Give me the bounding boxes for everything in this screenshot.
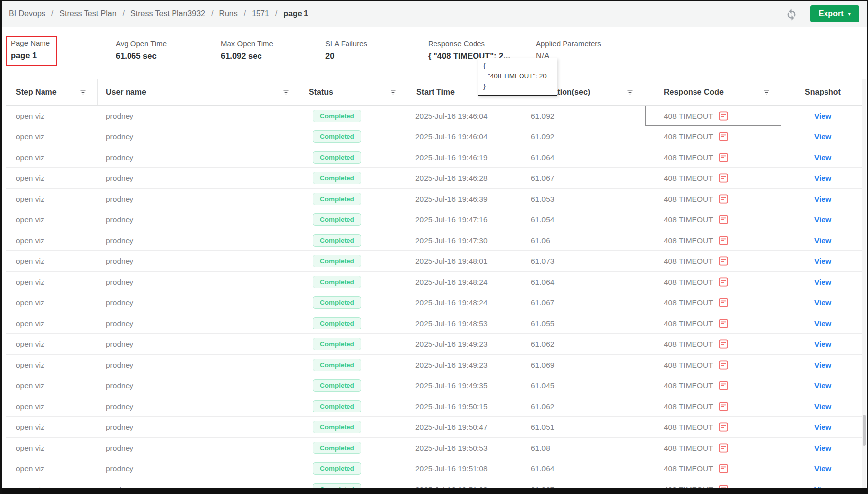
scrollbar-thumb[interactable] (863, 415, 866, 446)
duration-cell: 61.064 (522, 272, 645, 292)
step-name-cell: open viz (6, 458, 98, 479)
status-badge: Completed (313, 442, 361, 454)
view-link[interactable]: View (814, 195, 831, 204)
start-time-text: 2025-Jul-16 19:46:39 (415, 195, 488, 204)
window-bottom-border (2, 488, 867, 494)
response-note-icon[interactable] (719, 153, 728, 162)
user-name-cell: prodney (98, 272, 301, 292)
response-note-icon[interactable] (719, 443, 728, 453)
start-time-text: 2025-Jul-16 19:50:53 (415, 444, 488, 453)
start-time-cell: 2025-Jul-16 19:51:08 (408, 458, 522, 479)
view-link[interactable]: View (814, 340, 831, 349)
user-name-text: prodney (106, 298, 133, 307)
view-link[interactable]: View (814, 381, 831, 390)
status-cell: Completed (301, 458, 408, 479)
status-cell: Completed (301, 209, 408, 230)
column-header-response-code: Response Code (645, 79, 781, 105)
status-badge: Completed (313, 400, 361, 412)
refresh-icon[interactable] (785, 7, 798, 21)
response-note-icon[interactable] (719, 360, 728, 370)
response-note-icon[interactable] (719, 402, 728, 411)
column-label: Snapshot (805, 88, 841, 97)
vertical-scrollbar[interactable] (862, 79, 866, 489)
breadcrumb-item-runs[interactable]: Runs (219, 9, 237, 18)
duration-text: 61.067 (531, 174, 554, 183)
user-name-text: prodney (106, 215, 133, 224)
response-note-icon[interactable] (719, 111, 728, 121)
step-name-text: open viz (16, 340, 44, 349)
status-badge: Completed (313, 338, 361, 350)
duration-cell: 61.062 (522, 334, 645, 354)
response-note-icon[interactable] (719, 215, 728, 224)
response-note-icon[interactable] (719, 339, 728, 349)
filter-icon[interactable] (626, 88, 634, 96)
breadcrumb-item-bi-devops[interactable]: BI Devops (9, 9, 45, 18)
step-name-text: open viz (16, 381, 44, 390)
filter-icon[interactable] (390, 88, 397, 96)
response-note-icon[interactable] (719, 173, 728, 183)
view-link[interactable]: View (814, 153, 831, 162)
start-time-cell: 2025-Jul-16 19:48:53 (408, 313, 522, 333)
response-note-icon[interactable] (719, 277, 728, 287)
response-code-cell: 408 TIMEOUT (645, 106, 781, 126)
response-note-icon[interactable] (719, 256, 728, 266)
user-name-cell: prodney (98, 147, 301, 167)
view-link[interactable]: View (814, 298, 831, 307)
view-link[interactable]: View (814, 132, 831, 141)
start-time-cell: 2025-Jul-16 19:46:04 (408, 126, 522, 147)
response-note-icon[interactable] (719, 298, 728, 307)
stat-page-name: Page Namepage 1 (6, 36, 57, 66)
response-note-icon[interactable] (719, 194, 728, 204)
breadcrumb-item-1571[interactable]: 1571 (252, 9, 269, 18)
response-code-text: 408 TIMEOUT (664, 174, 713, 183)
top-bar: BI Devops/Stress Test Plan/Stress Test P… (2, 1, 867, 27)
response-note-icon[interactable] (719, 236, 728, 245)
user-name-cell: prodney (98, 209, 301, 230)
start-time-cell: 2025-Jul-16 19:50:53 (408, 438, 522, 458)
response-code-cell: 408 TIMEOUT (645, 438, 781, 458)
export-button[interactable]: Export ▾ (810, 5, 859, 22)
response-note-icon[interactable] (719, 132, 728, 141)
step-name-cell: open viz (6, 375, 98, 396)
step-name-text: open viz (16, 464, 44, 473)
snapshot-cell: View (781, 396, 864, 416)
filter-icon[interactable] (282, 88, 290, 96)
view-link[interactable]: View (814, 174, 831, 183)
user-name-cell: prodney (98, 313, 301, 333)
filter-icon[interactable] (763, 88, 770, 96)
view-link[interactable]: View (814, 319, 831, 328)
response-codes-tooltip: {"408 TIMEOUT": 20} (478, 58, 557, 96)
response-code-text: 408 TIMEOUT (664, 153, 713, 162)
user-name-cell: prodney (98, 375, 301, 396)
stat-label: Page Name (11, 39, 50, 47)
view-link[interactable]: View (814, 257, 831, 266)
breadcrumb-item-stress-test-plan[interactable]: Stress Test Plan (59, 9, 116, 18)
view-link[interactable]: View (814, 464, 831, 473)
view-link[interactable]: View (814, 215, 831, 224)
breadcrumb-item-stress-test-plan3932[interactable]: Stress Test Plan3932 (130, 9, 205, 18)
view-link[interactable]: View (814, 444, 831, 453)
user-name-cell: prodney (98, 355, 301, 375)
column-label: Start Time (416, 88, 455, 97)
response-code-cell: 408 TIMEOUT (645, 209, 781, 230)
response-code-cell: 408 TIMEOUT (645, 417, 781, 437)
filter-icon[interactable] (79, 88, 87, 96)
step-name-cell: open viz (6, 209, 98, 230)
response-note-icon[interactable] (719, 464, 728, 473)
step-name-cell: open viz (6, 147, 98, 167)
view-link[interactable]: View (814, 402, 831, 411)
response-note-icon[interactable] (719, 422, 728, 432)
response-note-icon[interactable] (719, 319, 728, 328)
duration-text: 61.055 (531, 319, 554, 328)
step-name-cell: open viz (6, 272, 98, 292)
step-name-text: open viz (16, 132, 44, 141)
view-link[interactable]: View (814, 278, 831, 287)
view-link[interactable]: View (814, 423, 831, 432)
view-link[interactable]: View (814, 361, 831, 370)
stat-label: Applied Parameters (536, 40, 601, 48)
view-link[interactable]: View (814, 112, 831, 121)
snapshot-cell: View (781, 209, 864, 230)
view-link[interactable]: View (814, 236, 831, 245)
response-note-icon[interactable] (719, 381, 728, 390)
status-badge: Completed (313, 151, 361, 164)
